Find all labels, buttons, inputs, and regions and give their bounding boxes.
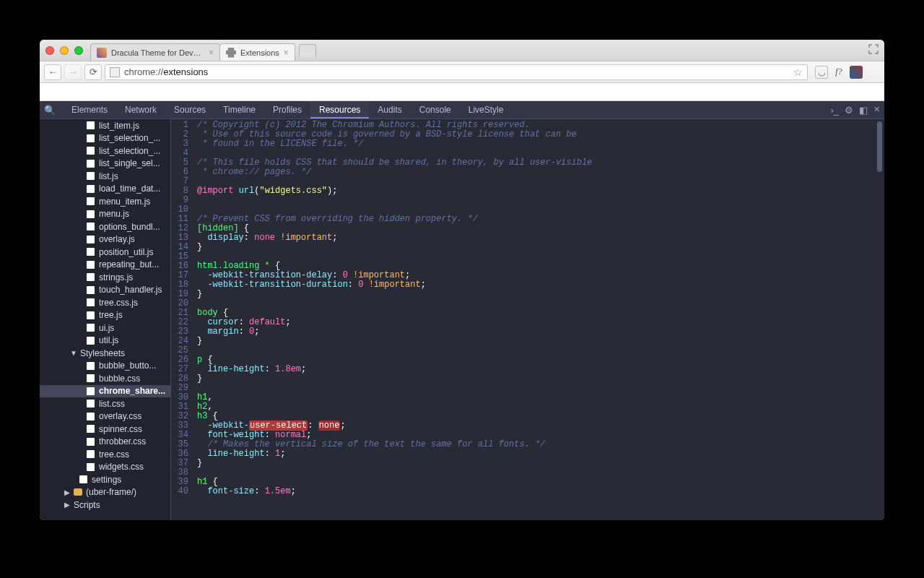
close-devtools-icon[interactable]: ✕ [873, 105, 880, 116]
devtools-body: list_item.jslist_selection_...list_selec… [40, 119, 884, 520]
tree-file-item[interactable]: bubble.css [40, 372, 170, 385]
browser-tab[interactable]: Dracula Theme for DevToo× [90, 43, 220, 61]
code-line[interactable] [197, 196, 880, 205]
code-line[interactable]: } [197, 337, 880, 346]
tree-folder-item[interactable]: ▶Scripts [40, 499, 170, 512]
tree-folder-item[interactable]: ▶(uber-frame/) [40, 486, 170, 499]
settings-gear-icon[interactable]: ⚙ [845, 105, 853, 116]
minimize-window-button[interactable] [60, 46, 69, 55]
code-content[interactable]: /* Copyright (c) 2012 The Chromium Autho… [193, 119, 884, 520]
code-line[interactable]: -webkit-transition-duration: 0 !importan… [197, 280, 880, 290]
tree-file-item[interactable]: load_time_dat... [40, 183, 170, 196]
code-line[interactable] [197, 468, 880, 478]
tree-file-item[interactable]: tree.css [40, 448, 170, 461]
tree-file-item[interactable]: touch_handler.js [40, 284, 170, 297]
code-line[interactable]: line-height: 1.8em; [197, 365, 880, 374]
back-button[interactable]: ← [44, 64, 61, 80]
tree-file-item[interactable]: list.js [40, 170, 170, 183]
dock-icon[interactable]: ◧ [859, 105, 868, 116]
devtools-tab-sources[interactable]: Sources [165, 101, 214, 118]
tree-file-item[interactable]: spinner.css [40, 423, 170, 436]
code-line[interactable]: body { [197, 309, 880, 318]
tree-file-item[interactable]: repeating_but... [40, 259, 170, 272]
console-toggle-icon[interactable]: ›_ [830, 105, 839, 116]
devtools-tab-profiles[interactable]: Profiles [264, 101, 310, 118]
tree-file-item[interactable]: menu.js [40, 208, 170, 221]
disclosure-triangle-icon[interactable]: ▶ [64, 488, 71, 496]
resources-sidebar[interactable]: list_item.jslist_selection_...list_selec… [40, 119, 171, 520]
forward-button[interactable]: → [64, 64, 82, 80]
tree-file-item[interactable]: menu_item.js [40, 195, 170, 208]
new-tab-button[interactable] [299, 44, 316, 57]
code-line[interactable]: font-size: 1.5em; [197, 487, 880, 496]
code-line[interactable]: /* Prevent CSS from overriding the hidde… [197, 215, 880, 224]
tree-folder-item[interactable]: ▼Stylesheets [40, 347, 170, 360]
tree-file-item[interactable]: list_selection_... [40, 132, 170, 145]
source-viewer[interactable]: 1234567891011121314151617181920212223242… [171, 119, 884, 520]
devtools-tab-resources[interactable]: Resources [310, 101, 369, 118]
devtools-tab-console[interactable]: Console [411, 101, 460, 118]
code-line[interactable]: * found in the LICENSE file. */ [197, 139, 880, 149]
tree-file-item[interactable]: util.js [40, 335, 170, 348]
tree-file-item[interactable]: options_bundl... [40, 220, 170, 233]
code-line[interactable]: } [197, 290, 880, 299]
tree-file-item[interactable]: overlay.js [40, 233, 170, 246]
tree-file-item[interactable]: strings.js [40, 271, 170, 284]
code-line[interactable]: display: none !important; [197, 233, 880, 243]
menu-button[interactable] [867, 66, 880, 79]
tree-file-item[interactable]: overlay.css [40, 410, 170, 423]
maximize-window-button[interactable] [74, 46, 83, 55]
tree-file-item[interactable]: position_util.js [40, 246, 170, 259]
disclosure-triangle-icon[interactable]: ▶ [64, 501, 71, 509]
search-icon[interactable]: 🔍 [44, 105, 56, 116]
tree-file-item[interactable]: chrome_share... [40, 385, 170, 398]
code-line[interactable]: } [197, 243, 880, 252]
devtools-tab-audits[interactable]: Audits [369, 101, 410, 118]
code-line[interactable]: line-height: 1; [197, 449, 880, 459]
code-line[interactable]: } [197, 374, 880, 384]
devtools-tab-network[interactable]: Network [116, 101, 165, 118]
fullscreen-icon[interactable] [868, 44, 879, 54]
code-line[interactable] [197, 384, 880, 393]
code-line[interactable]: margin: 0; [197, 327, 880, 337]
tree-file-item[interactable]: list_item.js [40, 119, 170, 132]
bookmark-star-icon[interactable]: ☆ [793, 66, 803, 78]
code-line[interactable]: /* Makes the vertical size of the text t… [197, 440, 880, 449]
tab-close-icon[interactable]: × [284, 48, 289, 58]
code-line[interactable] [197, 252, 880, 262]
devtools-tab-timeline[interactable]: Timeline [214, 101, 264, 118]
tree-file-item[interactable]: tree.js [40, 309, 170, 322]
tree-file-item[interactable]: ui.js [40, 322, 170, 335]
tree-file-item[interactable]: bubble_butto... [40, 360, 170, 373]
code-line[interactable] [197, 299, 880, 309]
code-line[interactable]: h1 { [197, 478, 880, 487]
omnibox[interactable]: chrome://extensions ☆ [105, 64, 808, 80]
browser-tab[interactable]: Extensions× [219, 43, 295, 61]
code-line[interactable]: @import url("widgets.css"); [197, 186, 880, 196]
code-line[interactable]: * chrome:// pages. */ [197, 168, 880, 177]
code-line[interactable]: h2, [197, 402, 880, 412]
tree-file-item[interactable]: widgets.css [40, 461, 170, 474]
code-line[interactable] [197, 346, 880, 355]
tree-file-item[interactable]: list.css [40, 397, 170, 410]
tree-file-item[interactable]: list_single_sel... [40, 158, 170, 171]
code-line[interactable]: } [197, 459, 880, 468]
devtools-tab-elements[interactable]: Elements [63, 101, 116, 118]
tree-file-item[interactable]: list_selection_... [40, 144, 170, 158]
pocket-icon[interactable]: ◡ [815, 66, 828, 79]
tree-file-item[interactable]: tree.css.js [40, 296, 170, 309]
file-label: settings [92, 475, 121, 485]
disclosure-triangle-icon[interactable]: ▼ [70, 349, 77, 357]
file-icon [87, 374, 95, 382]
reload-button[interactable]: ⟳ [84, 64, 102, 80]
tree-file-item[interactable]: throbber.css [40, 436, 170, 449]
code-line[interactable]: h1, [197, 393, 880, 402]
devtools-tab-livestyle[interactable]: LiveStyle [460, 101, 513, 118]
code-line[interactable]: cursor: default; [197, 318, 880, 327]
devtools-theme-icon[interactable] [850, 66, 863, 79]
close-window-button[interactable] [45, 46, 54, 55]
tree-file-item[interactable]: settings [40, 473, 170, 486]
scrollbar-thumb[interactable] [877, 121, 882, 172]
tab-close-icon[interactable]: × [209, 48, 214, 58]
format-icon[interactable]: f? [832, 66, 845, 79]
